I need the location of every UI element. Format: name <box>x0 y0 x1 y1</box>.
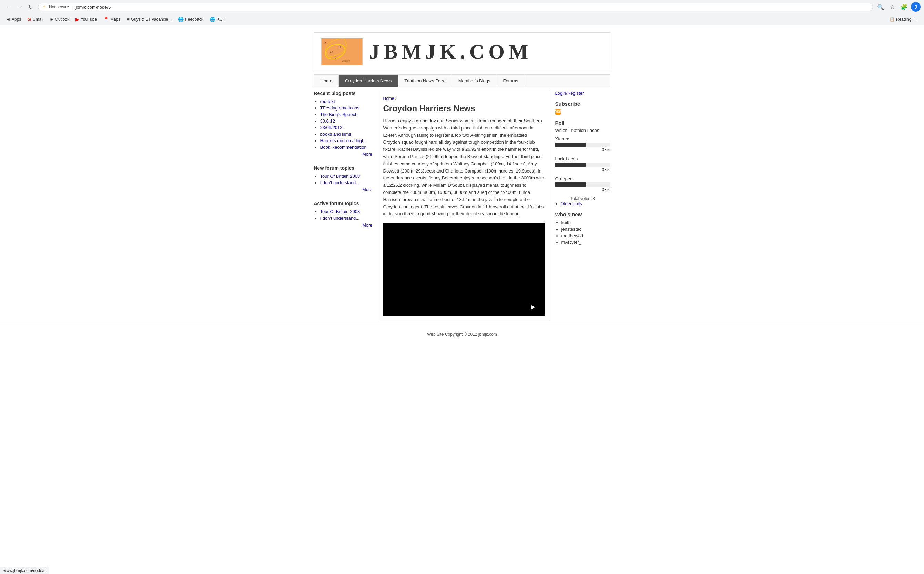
svg-text:M: M <box>330 50 332 54</box>
poll-bar-3-container <box>555 183 611 187</box>
bookmark-button[interactable]: ☆ <box>888 2 897 12</box>
recent-posts-section: Recent blog posts red text TEesting emot… <box>314 91 373 157</box>
nav-buttons: ← → ↻ <box>3 2 35 12</box>
list-item: Harriers end on a high <box>320 138 373 143</box>
left-sidebar: Recent blog posts red text TEesting emot… <box>314 91 373 321</box>
new-forum-heading: New forum topics <box>314 165 373 171</box>
new-forum-link-1[interactable]: Tour Of Britain 2008 <box>320 173 360 179</box>
login-register-link[interactable]: Login/Register <box>555 91 584 96</box>
breadcrumb-home-link[interactable]: Home <box>383 96 394 101</box>
list-item: 30.6.12 <box>320 118 373 124</box>
recent-post-link-6[interactable]: books and films <box>320 131 351 137</box>
extensions-button[interactable]: 🧩 <box>899 2 909 12</box>
bookmark-kch[interactable]: 🌐 KCH <box>207 15 228 24</box>
reading-list-button[interactable]: 📋 Reading li... <box>887 16 921 23</box>
bookmark-gmail-label: Gmail <box>32 17 43 22</box>
site-header-inner: J B M J JKcom JBMJK.COM <box>314 32 611 71</box>
reading-list-icon: 📋 <box>889 17 895 22</box>
right-sidebar: Login/Register Subscribe RSS Poll Which … <box>555 91 611 321</box>
new-forum-more[interactable]: More <box>314 187 373 192</box>
recent-post-link-8[interactable]: Book Recommendation <box>320 145 367 150</box>
recent-post-link-3[interactable]: The King's Speech <box>320 112 358 117</box>
kch-icon: 🌐 <box>210 17 215 22</box>
recent-posts-list: red text TEesting emoticons The King's S… <box>314 99 373 150</box>
refresh-button[interactable]: ↻ <box>25 2 35 12</box>
main-content: Home › Croydon Harriers News Harriers en… <box>378 91 550 321</box>
video-play-button[interactable] <box>526 301 541 312</box>
nav-member-blogs[interactable]: Member's Blogs <box>452 75 497 87</box>
footer-copyright: Web Site Copyright © 2012 jbmjk.com <box>427 332 497 337</box>
not-secure-label: Not secure <box>49 5 69 9</box>
list-item: I don't understand... <box>320 216 373 221</box>
active-forum-link-1[interactable]: Tour Of Britain 2008 <box>320 209 360 214</box>
poll-option-3: Greepers 33% <box>555 176 611 192</box>
poll-bar-3 <box>555 183 585 187</box>
site-footer: Web Site Copyright © 2012 jbmjk.com <box>0 325 924 344</box>
search-button[interactable]: 🔍 <box>876 2 885 12</box>
bookmark-gmail[interactable]: G Gmail <box>24 15 46 24</box>
active-forum-heading: Active forum topics <box>314 201 373 206</box>
poll-pct-3: 33% <box>555 187 611 192</box>
recent-posts-more[interactable]: More <box>314 151 373 157</box>
older-polls: Older polls <box>555 201 611 206</box>
forward-button[interactable]: → <box>14 2 24 12</box>
list-item: Book Recommendation <box>320 145 373 150</box>
poll-pct-1: 33% <box>555 147 611 152</box>
recent-post-link-7[interactable]: Harriers end on a high <box>320 138 365 143</box>
page-title: Croydon Harriers News <box>383 104 544 113</box>
subscribe-section: Subscribe RSS <box>555 101 611 115</box>
svg-text:J: J <box>324 41 326 45</box>
recent-posts-heading: Recent blog posts <box>314 91 373 96</box>
maps-icon: 📍 <box>103 17 109 22</box>
subscribe-heading: Subscribe <box>555 101 611 107</box>
apps-icon: ⊞ <box>6 17 10 22</box>
list-item: mAR5ter_ <box>562 240 611 245</box>
list-item: books and films <box>320 131 373 137</box>
breadcrumb: Home › <box>383 96 544 101</box>
poll-bar-1 <box>555 143 585 147</box>
user-4: mAR5ter_ <box>562 240 582 245</box>
recent-post-link-4[interactable]: 30.6.12 <box>320 118 335 124</box>
nav-forums[interactable]: Forums <box>497 75 525 87</box>
bookmark-feedback-label: Feedback <box>185 17 203 22</box>
nav-croydon-harriers[interactable]: Croydon Harriers News <box>339 75 398 87</box>
active-forum-link-2[interactable]: I don't understand... <box>320 216 360 221</box>
recent-post-link-2[interactable]: TEesting emoticons <box>320 106 359 110</box>
main-layout: Recent blog posts red text TEesting emot… <box>307 87 617 325</box>
bookmark-apps-label: Apps <box>12 17 21 22</box>
bookmark-outlook[interactable]: ⊞ Outlook <box>47 15 72 24</box>
bookmark-youtube[interactable]: ▶ YouTube <box>73 15 100 24</box>
back-button[interactable]: ← <box>3 2 13 12</box>
separator: | <box>72 5 73 9</box>
browser-chrome: ← → ↻ ⚠ Not secure | jbmjk.com/node/5 🔍 … <box>0 0 924 25</box>
new-forum-link-2[interactable]: I don't understand... <box>320 180 360 185</box>
poll-section: Poll Which Triathlon Laces Xtenex 33% Lo… <box>555 120 611 206</box>
whos-new-section: Who's new keith jenstestac matthew89 mAR… <box>555 211 611 245</box>
nav-triathlon[interactable]: Triathlon News Feed <box>398 75 452 87</box>
bookmark-apps[interactable]: ⊞ Apps <box>3 15 24 24</box>
nav-home[interactable]: Home <box>314 75 339 87</box>
bookmark-maps[interactable]: 📍 Maps <box>100 15 123 24</box>
address-bar[interactable]: ⚠ Not secure | jbmjk.com/node/5 <box>38 3 873 11</box>
recent-post-link-5[interactable]: 23/06/2012 <box>320 125 343 130</box>
active-forum-section: Active forum topics Tour Of Britain 2008… <box>314 201 373 228</box>
older-polls-link[interactable]: Older polls <box>561 201 582 206</box>
list-item: Tour Of Britain 2008 <box>320 173 373 179</box>
bookmark-outlook-label: Outlook <box>55 17 69 22</box>
bookmark-guys[interactable]: ≡ Guys & ST vacancie... <box>124 15 174 24</box>
active-forum-more[interactable]: More <box>314 222 373 228</box>
list-item: 23/06/2012 <box>320 125 373 130</box>
whos-new-heading: Who's new <box>555 211 611 217</box>
poll-bar-2 <box>555 162 585 167</box>
recent-post-link-1[interactable]: red text <box>320 99 335 104</box>
profile-avatar[interactable]: J <box>911 2 921 12</box>
active-forum-list: Tour Of Britain 2008 I don't understand.… <box>314 209 373 221</box>
guys-icon: ≡ <box>127 17 129 22</box>
poll-option-1-label: Xtenex <box>555 136 611 142</box>
site-title: JBMJK.COM <box>369 40 533 64</box>
gmail-icon: G <box>27 17 31 22</box>
bookmark-feedback[interactable]: 🌐 Feedback <box>175 15 206 24</box>
rss-icon: RSS <box>555 109 561 115</box>
list-item: TEesting emoticons <box>320 106 373 110</box>
list-item: matthew89 <box>562 233 611 238</box>
